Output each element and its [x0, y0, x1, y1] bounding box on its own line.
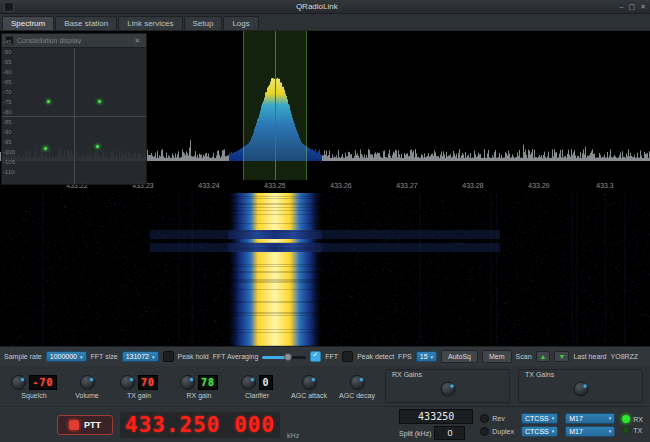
tx-gain-knob[interactable]: [120, 375, 135, 390]
sample-rate-label: Sample rate: [4, 353, 42, 360]
db-axis-label: -90: [3, 129, 12, 135]
scan-up-button[interactable]: ▲: [536, 351, 551, 362]
sample-rate-select[interactable]: 1000000 ▾: [46, 351, 87, 362]
mem-button[interactable]: Mem: [482, 350, 512, 363]
db-axis-label: -70: [3, 89, 12, 95]
constellation-close-icon[interactable]: ✕: [132, 35, 143, 46]
rev-label: Rev: [492, 415, 504, 422]
scan-down-icon: ▼: [558, 353, 565, 360]
tab-setup[interactable]: Setup: [184, 16, 223, 30]
fft-checkbox[interactable]: ✓: [310, 351, 321, 362]
db-axis-label: -75: [3, 99, 12, 105]
tx-mode-select[interactable]: M17 ▾: [565, 426, 615, 437]
rx-mode-value: M17: [569, 415, 583, 422]
frequency-input[interactable]: 433250: [399, 409, 473, 424]
ctcss-tx-select[interactable]: CTCSS ▾: [521, 426, 558, 437]
db-axis-label: -60: [3, 69, 12, 75]
record-icon: [69, 420, 79, 430]
peak-detect-label: Peak detect: [357, 353, 394, 360]
rx-gains-title: RX Gains: [392, 371, 422, 378]
chevron-down-icon: ▾: [552, 428, 555, 434]
maximize-icon[interactable]: ▢: [629, 3, 636, 11]
clarifier-control: 0 Clarifier: [230, 373, 284, 399]
fft-averaging-slider[interactable]: [262, 352, 306, 362]
check-icon: ✓: [312, 351, 318, 359]
chevron-down-icon: ▾: [152, 354, 155, 360]
ctcss-rx-select[interactable]: CTCSS ▾: [521, 413, 558, 424]
db-axis-label: -45: [3, 39, 12, 45]
minimize-icon[interactable]: –: [620, 3, 624, 11]
tab-base-station[interactable]: Base station: [55, 16, 117, 30]
scan-down-button[interactable]: ▼: [554, 351, 569, 362]
tab-logs[interactable]: Logs: [223, 16, 258, 30]
ptt-label: PTT: [84, 420, 101, 430]
rx-label: RX: [633, 416, 643, 423]
fft-size-select[interactable]: 131072 ▾: [122, 351, 159, 362]
freq-axis-label: 433.3: [596, 182, 614, 189]
freq-axis-label: 433.26: [330, 182, 351, 189]
db-axis-label: -105: [3, 159, 15, 165]
squelch-label: Squelch: [21, 392, 46, 399]
squelch-knob[interactable]: [11, 375, 26, 390]
bottom-bar: PTT 433.250 000 kHz 433250 Split (kHz) 0…: [0, 406, 650, 442]
db-axis-label: -85: [3, 119, 12, 125]
slider-handle[interactable]: [284, 353, 292, 361]
agc-decay-label: AGC decay: [339, 392, 375, 399]
tx-gains-knob[interactable]: [573, 381, 588, 396]
chevron-down-icon: ▾: [552, 415, 555, 421]
tab-link-services[interactable]: Link services: [118, 16, 182, 30]
peak-hold-checkbox[interactable]: [163, 351, 174, 362]
fft-size-value: 131072: [126, 353, 149, 360]
rx-gain-knob[interactable]: [180, 375, 195, 390]
tx-mode-value: M17: [569, 428, 583, 435]
rx-gains-group: RX Gains: [385, 369, 510, 403]
split-label: Split (kHz): [399, 430, 431, 437]
volume-knob[interactable]: [80, 375, 95, 390]
titlebar: QRadioLink – ▢ ✕: [0, 0, 650, 14]
clarifier-knob[interactable]: [241, 375, 256, 390]
rx-tx-indicators: RX TX: [622, 415, 643, 434]
db-axis-label: -110: [3, 169, 15, 175]
toolbar: Sample rate 1000000 ▾ FFT size 131072 ▾ …: [0, 346, 650, 366]
db-axis-label: -95: [3, 139, 12, 145]
scan-up-icon: ▲: [540, 353, 547, 360]
rx-mode-select[interactable]: M17 ▾: [565, 413, 615, 424]
frequency-unit-label: kHz: [287, 432, 299, 439]
freq-axis-label: 433.29: [528, 182, 549, 189]
freq-axis-label: 433.27: [396, 182, 417, 189]
clarifier-display: 0: [259, 375, 272, 390]
close-icon[interactable]: ✕: [640, 3, 646, 11]
duplex-radio[interactable]: [480, 427, 489, 436]
agc-decay-control: AGC decay: [334, 373, 380, 399]
constellation-titlebar[interactable]: Constellation display ✕: [2, 34, 146, 48]
split-input[interactable]: 0: [434, 426, 465, 440]
scan-label: Scan: [516, 353, 532, 360]
agc-decay-knob[interactable]: [350, 375, 365, 390]
tab-spectrum[interactable]: Spectrum: [2, 16, 54, 30]
chevron-down-icon: ▾: [431, 354, 434, 360]
fps-value: 15: [420, 353, 428, 360]
fps-label: FPS: [398, 353, 412, 360]
ptt-button[interactable]: PTT: [57, 415, 113, 435]
clarifier-label: Clarifier: [245, 392, 269, 399]
rx-gains-knob[interactable]: [440, 381, 455, 396]
frequency-display[interactable]: 433.250 000: [120, 412, 280, 438]
tx-gain-control: 70 TX gain: [110, 373, 168, 399]
constellation-plot: [2, 48, 146, 184]
freq-axis-label: 433.28: [462, 182, 483, 189]
freq-axis-label: 433.25: [264, 182, 285, 189]
window-title: QRadioLink: [14, 2, 620, 11]
tx-gains-title: TX Gains: [525, 371, 554, 378]
ctcss-tx-value: CTCSS: [525, 428, 549, 435]
sample-rate-value: 1000000: [50, 353, 77, 360]
db-axis-label: -65: [3, 79, 12, 85]
constellation-window: Constellation display ✕: [1, 33, 147, 185]
rev-radio[interactable]: [480, 414, 489, 423]
agc-attack-knob[interactable]: [302, 375, 317, 390]
autosq-button[interactable]: AutoSq: [441, 350, 478, 363]
peak-detect-checkbox[interactable]: [342, 351, 353, 362]
tx-gain-display: 70: [138, 375, 158, 390]
chevron-down-icon: ▾: [80, 354, 83, 360]
constellation-grid-horizontal: [2, 116, 146, 117]
fps-select[interactable]: 15 ▾: [416, 351, 437, 362]
